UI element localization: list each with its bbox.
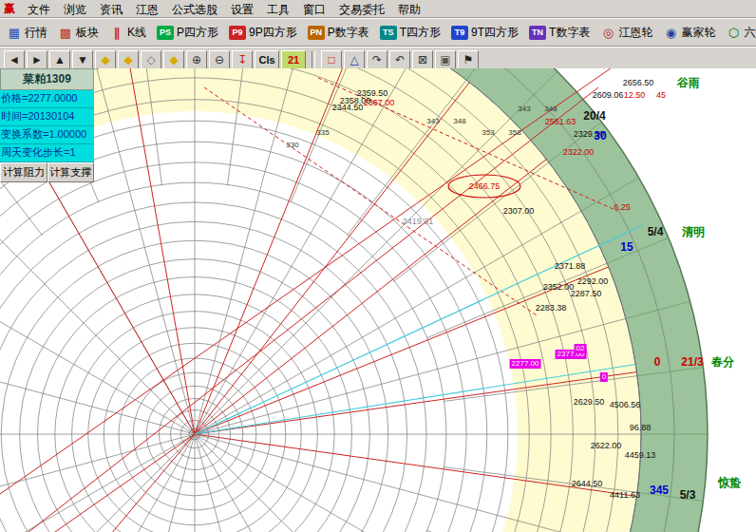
calendar-label: 0 [654, 356, 661, 368]
menu-item-浏览[interactable]: 浏览 [57, 2, 93, 17]
menu-item-文件[interactable]: 文件 [21, 2, 57, 17]
9T四方形-icon: T9 [451, 26, 468, 40]
diamond-4-button[interactable]: ◆ [163, 50, 184, 69]
rotate-down-button[interactable]: ▼ [72, 50, 93, 69]
menu-item-设置[interactable]: 设置 [224, 2, 260, 17]
cycle-21-button[interactable]: 21 [281, 50, 306, 69]
calc-button-计算阻力[interactable]: 计算阻力 [0, 162, 47, 182]
triangle-tool-button[interactable]: △ [344, 50, 365, 69]
menu-item-窗口[interactable]: 窗口 [296, 2, 332, 17]
wheel-value: 2609.06 [593, 91, 624, 100]
calendar-label: 345 [650, 484, 669, 496]
tool-9P四方形[interactable]: P99P四方形 [224, 23, 302, 43]
wheel-value: 2622.00 [591, 442, 622, 450]
box-x-tool-button[interactable]: ⊠ [412, 50, 433, 69]
tool-T四方形[interactable]: TST四方形 [375, 23, 445, 43]
wheel-value: 2561.63 [545, 118, 576, 126]
arc-cw-tool-button[interactable]: ↷ [367, 50, 387, 69]
calendar-label: 15 [620, 241, 633, 253]
wheel-labels-layer: 2656.502609.062359.502358.002344.502329.… [0, 68, 756, 532]
back-button[interactable]: ◄ [4, 50, 25, 69]
select-box-tool-button[interactable]: ▣ [435, 50, 456, 69]
wheel-value: 4411.63 [610, 491, 640, 500]
wheel-value: 2287.50 [571, 290, 602, 298]
menu-item-公式选股[interactable]: 公式选股 [165, 2, 224, 17]
flag-tool-button[interactable]: ⚑ [458, 50, 479, 69]
calendar-label: 21/3 [681, 356, 703, 368]
rect-tool-button[interactable]: □ [321, 50, 342, 69]
tool-label: 江恩轮 [618, 25, 652, 41]
江恩轮-icon: ◎ [600, 26, 615, 40]
wheel-value: 330 [286, 142, 298, 149]
menu-items: 文件浏览资讯江恩公式选股设置工具窗口交易委托帮助 [21, 0, 427, 18]
forward-button[interactable]: ► [27, 50, 47, 69]
tool-K线[interactable]: ∥K线 [104, 23, 151, 43]
wheel-value: 2307.00 [503, 207, 535, 216]
wheel-value: 2367.00 [364, 99, 395, 107]
calendar-label: 谷雨 [677, 77, 700, 88]
tool-label: 六角形 [744, 25, 756, 41]
tool-P四方形[interactable]: PSP四方形 [152, 23, 223, 43]
六角形-icon: ⬡ [726, 26, 741, 40]
wheel-value: 358 [508, 129, 520, 137]
menu-item-江恩[interactable]: 江恩 [129, 2, 165, 17]
wheel-value: 2466.75 [469, 182, 501, 191]
T数字表-icon: TN [529, 26, 546, 40]
wheel-value: 0 [600, 372, 608, 382]
wheel-value: 2322.00 [563, 148, 595, 157]
clear-button[interactable]: Cls [255, 50, 279, 69]
menu-item-交易委托[interactable]: 交易委托 [332, 2, 391, 17]
calendar-label: 30 [594, 130, 606, 142]
wheel-value: 2344.50 [332, 104, 364, 112]
wheel-value: 2656.50 [623, 79, 654, 87]
contract-params: 价格=2277.0000时间=20130104变换系数=1.00000周天变化步… [0, 90, 94, 162]
tool-label: 赢家轮 [681, 25, 715, 41]
menu-item-工具[interactable]: 工具 [260, 2, 296, 17]
wheel-value: 02 [575, 344, 587, 353]
measure-button[interactable]: ↧ [232, 50, 253, 69]
wheel-value: 4506.56 [610, 401, 641, 409]
diamond-1-button[interactable]: ◆ [95, 50, 116, 69]
tool-P数字表[interactable]: PNP数字表 [303, 23, 374, 43]
tool-江恩轮[interactable]: ◎江恩轮 [595, 23, 657, 43]
zoom-in-button[interactable]: ⊕ [186, 50, 207, 69]
wheel-value: 2419.31 [403, 218, 434, 226]
menubar: 赢 文件浏览资讯江恩公式选股设置工具窗口交易委托帮助 [0, 0, 756, 18]
9P四方形-icon: P9 [229, 26, 246, 40]
tool-label: 9T四方形 [471, 25, 519, 41]
wheel-value: 96.88 [630, 424, 652, 432]
arc-ccw-tool-button[interactable]: ↶ [389, 50, 410, 69]
wheel-value: 2629.50 [574, 398, 605, 407]
calc-button-计算支撑[interactable]: 计算支撑 [47, 162, 95, 182]
tool-T数字表[interactable]: TNT数字表 [524, 23, 595, 43]
tool-9T四方形[interactable]: T99T四方形 [446, 23, 523, 43]
P数字表-icon: PN [308, 26, 325, 40]
diamond-2-button[interactable]: ◆ [118, 50, 139, 69]
menu-item-资讯[interactable]: 资讯 [93, 2, 129, 17]
tool-赢家轮[interactable]: ◉赢家轮 [658, 23, 720, 43]
P四方形-icon: PS [157, 26, 174, 40]
tool-板块[interactable]: ▩板块 [53, 23, 104, 43]
calendar-label: 20/4 [583, 110, 605, 122]
calendar-label: 惊蛰 [718, 477, 741, 488]
wheel-value: 2371.88 [555, 262, 586, 271]
calendar-label: 5/4 [648, 226, 664, 238]
diamond-3-button[interactable]: ◇ [141, 50, 161, 69]
rotate-up-button[interactable]: ▲ [49, 50, 70, 69]
menu-item-帮助[interactable]: 帮助 [391, 2, 427, 17]
tool-label: T数字表 [549, 25, 590, 41]
wheel-value: 348 [453, 118, 465, 125]
tool-label: P四方形 [177, 25, 218, 41]
tool-六角形[interactable]: ⬡六角形 [721, 23, 756, 43]
wheel-value: 12.50 [624, 91, 646, 100]
zoom-out-button[interactable]: ⊖ [209, 50, 230, 69]
app-window: 赢 文件浏览资讯江恩公式选股设置工具窗口交易委托帮助 ▦行情▩板块∥K线PSP四… [0, 0, 756, 532]
gann-wheel-chart[interactable]: 2656.502609.062359.502358.002344.502329.… [0, 68, 756, 532]
tool-label: 行情 [25, 25, 47, 41]
wheel-value: 4459.13 [625, 451, 656, 460]
tool-行情[interactable]: ▦行情 [2, 23, 52, 43]
T四方形-icon: TS [380, 26, 397, 40]
contract-info-panel: 菜粕1309 价格=2277.0000时间=20130104变换系数=1.000… [0, 68, 94, 182]
tool-label: 9P四方形 [249, 25, 297, 41]
赢家轮-icon: ◉ [663, 26, 678, 40]
